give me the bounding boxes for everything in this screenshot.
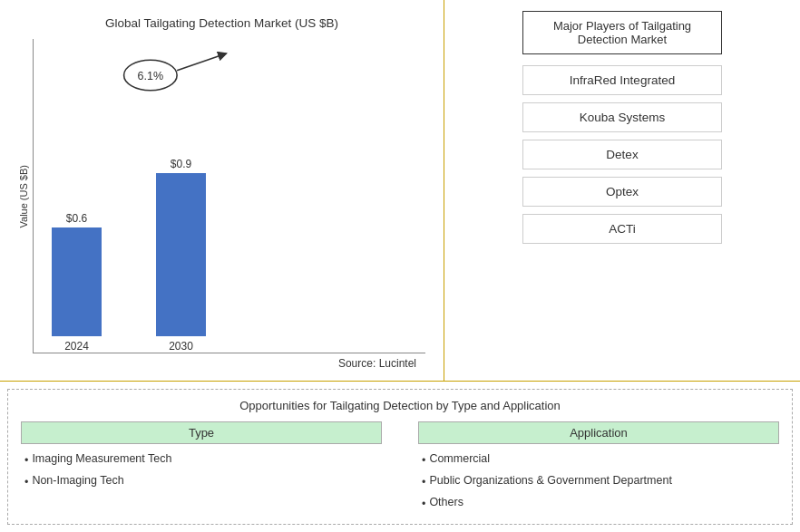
bullet-icon: • — [24, 451, 28, 469]
application-items: • Commercial • Public Organizations & Go… — [418, 450, 779, 515]
bar-value-2030: $0.9 — [171, 158, 191, 170]
bullet-icon: • — [422, 473, 425, 491]
bar-label-2030: 2030 — [169, 340, 193, 353]
annotation-svg: 6.1% — [70, 30, 278, 121]
players-panel: Major Players of Tailgating Detection Ma… — [444, 0, 800, 381]
bar-label-2024: 2024 — [64, 340, 89, 353]
bar-value-2024: $0.6 — [66, 212, 87, 225]
player-item-4: ACTi — [522, 214, 722, 244]
type-item-1: • Non-Imaging Tech — [24, 471, 382, 491]
players-title: Major Players of Tailgating Detection Ma… — [522, 11, 722, 54]
opportunities-section: Opportunities for Tailgating Detection b… — [7, 389, 793, 525]
bar-group-2024: $0.6 2024 — [52, 212, 102, 353]
chart-panel: Global Tailgating Detection Market (US $… — [0, 0, 444, 381]
type-item-0: • Imaging Measurement Tech — [24, 450, 382, 469]
player-item-2: Detex — [522, 140, 722, 169]
opportunities-title: Opportunities for Tailgating Detection b… — [21, 399, 779, 412]
player-item-1: Kouba Systems — [522, 102, 722, 132]
source-label: Source: Lucintel — [18, 357, 425, 370]
type-items: • Imaging Measurement Tech • Non-Imaging… — [21, 450, 382, 493]
application-column: Application • Commercial • Public Organi… — [418, 421, 779, 515]
svg-text:6.1%: 6.1% — [138, 70, 164, 82]
bottom-content: Type • Imaging Measurement Tech • Non-Im… — [21, 421, 779, 515]
chart-title: Global Tailgating Detection Market (US $… — [18, 16, 425, 30]
bullet-icon: • — [422, 495, 425, 513]
bars-inner: $0.6 2024 $0.9 2030 6.1% — [33, 39, 425, 353]
bar-2024 — [52, 227, 102, 336]
player-item-3: Optex — [522, 177, 722, 207]
svg-line-2 — [177, 53, 226, 71]
player-item-0: InfraRed Integrated — [522, 65, 722, 95]
bar-group-2030: $0.9 2030 — [156, 158, 206, 353]
bar-2030 — [156, 173, 206, 336]
type-header: Type — [21, 421, 382, 444]
bullet-icon: • — [24, 473, 28, 491]
bullet-icon: • — [422, 451, 425, 469]
type-column: Type • Imaging Measurement Tech • Non-Im… — [21, 421, 382, 515]
application-item-2: • Others — [422, 493, 779, 513]
application-item-1: • Public Organizations & Government Depa… — [422, 471, 779, 491]
y-axis-label: Value (US $B) — [18, 165, 29, 228]
application-header: Application — [418, 421, 779, 444]
application-item-0: • Commercial — [422, 450, 779, 469]
